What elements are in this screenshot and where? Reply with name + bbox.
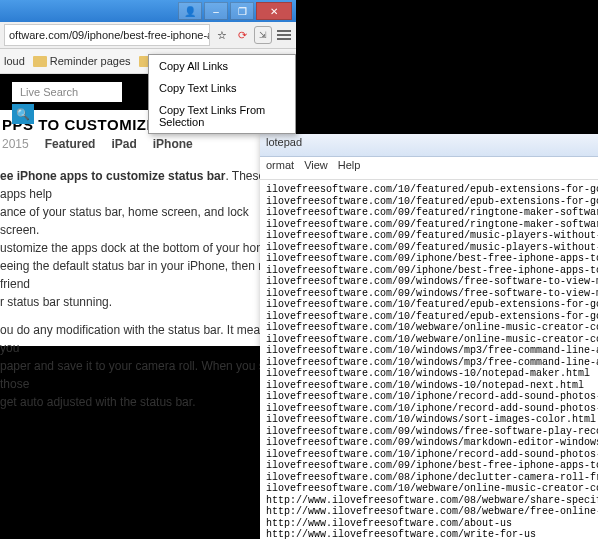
search-icon[interactable]: 🔍	[12, 104, 34, 124]
close-button[interactable]: ✕	[256, 2, 292, 20]
bookmark-item[interactable]: loud	[4, 55, 25, 67]
menu-item-copy-text-links[interactable]: Copy Text Links	[149, 77, 295, 99]
article-text: get auto adjusted with the status bar.	[0, 395, 195, 409]
category-link[interactable]: iPhone	[153, 137, 193, 151]
menu-item-copy-all-links[interactable]: Copy All Links	[149, 55, 295, 77]
category-link[interactable]: Featured	[45, 137, 96, 151]
menu-format[interactable]: ormat	[266, 159, 294, 177]
category-link[interactable]: iPad	[111, 137, 136, 151]
menu-item-copy-text-links-selection[interactable]: Copy Text Links From Selection	[149, 99, 295, 133]
notepad-menubar: ormat View Help	[260, 157, 598, 180]
window-titlebar: 👤 – ❐ ✕	[0, 0, 296, 22]
menu-view[interactable]: View	[304, 159, 328, 177]
article-text: r status bar stunning.	[0, 295, 112, 309]
notepad-text-area[interactable]: ilovefreesoftware.com/10/featured/epub-e…	[260, 180, 598, 539]
extension-icon[interactable]: ⟳	[234, 27, 250, 43]
article-text: ou do any modification with the status b…	[0, 323, 273, 355]
bookmark-folder[interactable]: Reminder pages	[33, 55, 131, 67]
minimize-button[interactable]: –	[204, 2, 228, 20]
context-menu: Copy All Links Copy Text Links Copy Text…	[148, 54, 296, 134]
maximize-button[interactable]: ❐	[230, 2, 254, 20]
article-text: ance of your status bar, home screen, an…	[0, 205, 249, 237]
article-text: ustomize the apps dock at the bottom of …	[0, 241, 273, 255]
notepad-titlebar: lotepad	[260, 134, 598, 157]
article-text: eeing the default status bar in your iPh…	[0, 259, 274, 291]
notepad-window: lotepad ormat View Help ilovefreesoftwar…	[260, 134, 598, 539]
address-bar: oftware.com/09/iphone/best-free-iphone-a…	[0, 22, 296, 49]
article-body: ee iPhone apps to customize status bar. …	[0, 161, 296, 433]
post-meta: 2015 Featured iPad iPhone	[2, 133, 296, 161]
browser-window: 👤 – ❐ ✕ oftware.com/09/iphone/best-free-…	[0, 0, 296, 346]
copy-links-ext-icon[interactable]: ⇲	[254, 26, 272, 44]
article-text: paper and save it to your camera roll. W…	[0, 359, 275, 391]
menu-help[interactable]: Help	[338, 159, 361, 177]
folder-icon	[33, 56, 47, 67]
article-text: ee iPhone apps to customize status bar	[0, 169, 225, 183]
menu-hamburger-icon[interactable]	[276, 27, 292, 43]
url-input[interactable]: oftware.com/09/iphone/best-free-iphone-a…	[4, 24, 210, 46]
post-date: 2015	[2, 137, 29, 151]
search-input[interactable]: Live Search	[12, 82, 122, 102]
bookmark-star-icon[interactable]: ☆	[214, 27, 230, 43]
user-button[interactable]: 👤	[178, 2, 202, 20]
